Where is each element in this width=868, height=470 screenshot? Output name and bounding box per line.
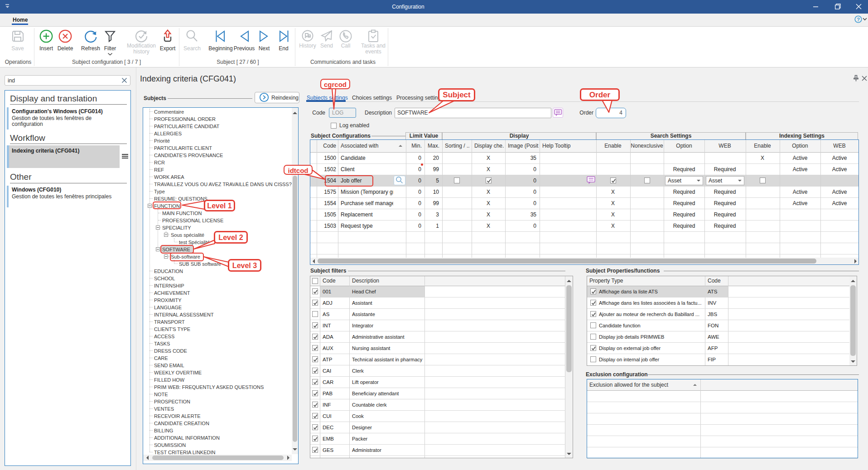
svg-text:?: ?: [857, 17, 860, 22]
